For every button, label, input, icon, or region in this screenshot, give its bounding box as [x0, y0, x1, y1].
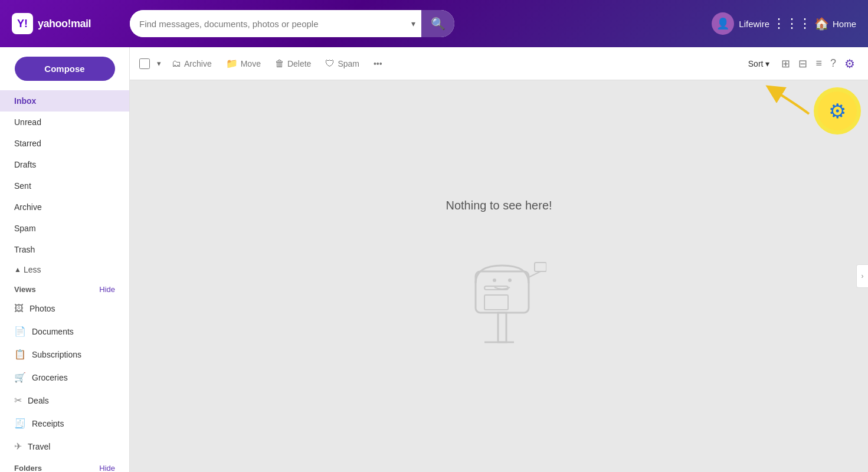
help-icon: ? [830, 57, 836, 69]
view-list-button[interactable]: ≡ [812, 55, 826, 72]
user-name: Lifewire [739, 19, 769, 29]
inbox-label: Inbox [14, 96, 36, 106]
nav-spam[interactable]: Spam [0, 218, 129, 239]
views-hide-button[interactable]: Hide [99, 285, 115, 294]
sort-label: Sort [748, 59, 764, 68]
search-button[interactable]: 🔍 [421, 10, 454, 37]
spam-button[interactable]: 🛡 Spam [319, 55, 365, 73]
sidebar: Compose Inbox Unread Starred Drafts Sent… [0, 47, 130, 472]
svg-rect-8 [535, 263, 546, 271]
search-container: ▾ 🔍 [130, 10, 454, 37]
svg-rect-0 [476, 271, 529, 313]
unread-label: Unread [14, 117, 41, 127]
starred-label: Starred [14, 139, 41, 148]
documents-label: Documents [32, 327, 74, 336]
folders-hide-button[interactable]: Hide [99, 464, 115, 472]
nav-unread[interactable]: Unread [0, 112, 129, 133]
select-dropdown-button[interactable]: ▾ [155, 58, 163, 69]
less-label: Less [24, 265, 41, 274]
empty-state-message: Nothing to see here! [446, 199, 552, 212]
deals-icon: ✂ [14, 395, 22, 406]
settings-highlight-gear: ⚙ [828, 99, 846, 123]
delete-button[interactable]: 🗑 Delete [269, 55, 317, 73]
user-info[interactable]: 👤 Lifewire [712, 12, 769, 35]
more-icon: ••• [374, 59, 382, 68]
folders-section-header: Folders Hide [0, 458, 129, 472]
sent-label: Sent [14, 181, 31, 191]
settings-highlight-inner: ⚙ [818, 91, 857, 130]
svg-point-3 [493, 278, 496, 282]
view-split-button[interactable]: ⊞ [778, 55, 794, 73]
apps-icon: ⋮⋮⋮ [772, 16, 811, 31]
less-button[interactable]: ▲ Less [0, 260, 129, 279]
search-icon: 🔍 [431, 17, 446, 31]
header: Y! yahoo!mail ▾ 🔍 👤 Lifewire ⋮⋮⋮ 🏠 Home [0, 0, 868, 47]
views-label: Views [14, 285, 36, 294]
select-all-checkbox[interactable] [139, 58, 150, 69]
drafts-label: Drafts [14, 160, 36, 169]
nav-receipts[interactable]: 🧾 Receipts [0, 412, 129, 435]
chevron-up-icon: ▲ [14, 266, 21, 274]
delete-icon: 🗑 [275, 58, 284, 69]
groceries-label: Groceries [32, 373, 68, 382]
documents-icon: 📄 [14, 326, 26, 337]
search-dropdown-button[interactable]: ▾ [405, 19, 421, 28]
home-button[interactable]: 🏠 Home [814, 17, 856, 31]
help-button[interactable]: ? [827, 55, 840, 72]
subscriptions-icon: 📋 [14, 349, 26, 360]
settings-highlight-circle: ⚙ [814, 87, 861, 135]
spam-label: Spam [338, 59, 359, 68]
receipts-icon: 🧾 [14, 418, 26, 429]
folders-label: Folders [14, 464, 42, 472]
yahoo-y-icon: Y! [12, 13, 33, 34]
nav-deals[interactable]: ✂ Deals [0, 389, 129, 412]
views-section-header: Views Hide [0, 279, 129, 297]
sort-button[interactable]: Sort ▾ [742, 55, 776, 72]
avatar: 👤 [712, 12, 734, 35]
yellow-arrow [762, 81, 821, 117]
panel-collapse-button[interactable]: › [856, 264, 868, 288]
search-input[interactable] [130, 10, 405, 37]
nav-drafts[interactable]: Drafts [0, 154, 129, 175]
svg-point-4 [508, 278, 512, 282]
deals-label: Deals [28, 396, 49, 405]
nav-sent[interactable]: Sent [0, 175, 129, 196]
delete-label: Delete [287, 59, 311, 68]
trash-label: Trash [14, 245, 35, 254]
receipts-label: Receipts [32, 419, 64, 428]
compose-button[interactable]: Compose [15, 57, 115, 81]
nav-groceries[interactable]: 🛒 Groceries [0, 366, 129, 389]
archive-button[interactable]: 🗂 Archive [166, 55, 218, 73]
spam-label: Spam [14, 224, 36, 233]
grid-view-icon: ⊟ [798, 58, 807, 70]
settings-gear-icon: ⚙ [844, 57, 855, 70]
nav-travel[interactable]: ✈ Travel [0, 435, 129, 458]
empty-state: › Nothing to see here! [130, 80, 868, 472]
yahoo-logo: Y! yahoo!mail [12, 13, 118, 34]
apps-button[interactable]: ⋮⋮⋮ [781, 13, 803, 34]
logo-text: yahoo!mail [38, 18, 91, 30]
split-view-icon: ⊞ [781, 58, 790, 70]
archive-label: Archive [14, 202, 42, 212]
home-label: Home [833, 19, 856, 29]
nav-trash[interactable]: Trash [0, 239, 129, 260]
settings-button[interactable]: ⚙ [841, 54, 859, 73]
photos-icon: 🖼 [14, 303, 24, 314]
view-buttons: ⊞ ⊟ ≡ ? ⚙ [778, 54, 859, 73]
nav-subscriptions[interactable]: 📋 Subscriptions [0, 343, 129, 366]
more-button[interactable]: ••• [368, 55, 388, 72]
nav-documents[interactable]: 📄 Documents [0, 320, 129, 343]
nav-inbox[interactable]: Inbox [0, 90, 129, 112]
archive-icon: 🗂 [172, 58, 181, 69]
move-icon: 📁 [226, 58, 238, 69]
nav-starred[interactable]: Starred [0, 133, 129, 154]
view-grid-button[interactable]: ⊟ [795, 55, 811, 73]
main-layout: Compose Inbox Unread Starred Drafts Sent… [0, 47, 868, 472]
move-button[interactable]: 📁 Move [220, 54, 267, 73]
nav-photos[interactable]: 🖼 Photos [0, 297, 129, 320]
home-icon: 🏠 [814, 17, 829, 31]
nav-archive[interactable]: Archive [0, 196, 129, 218]
content-area: ▾ 🗂 Archive 📁 Move 🗑 Delete 🛡 Spam ••• [130, 47, 868, 472]
header-right: 👤 Lifewire ⋮⋮⋮ 🏠 Home [712, 12, 856, 35]
toolbar: ▾ 🗂 Archive 📁 Move 🗑 Delete 🛡 Spam ••• [130, 47, 868, 80]
